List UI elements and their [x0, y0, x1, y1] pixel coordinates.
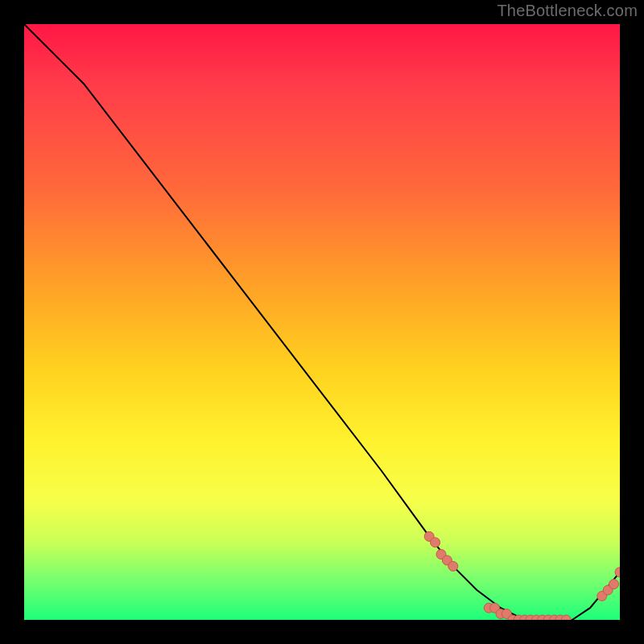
- data-point-marker: [609, 580, 619, 589]
- bottleneck-curve: [24, 24, 620, 620]
- marker-cluster-valley: [484, 603, 571, 620]
- data-point-marker: [615, 568, 620, 577]
- data-point-marker: [431, 538, 440, 547]
- data-point-marker: [448, 561, 458, 571]
- marker-cluster-descent: [424, 531, 458, 571]
- marker-cluster-rise: [597, 568, 620, 601]
- watermark-text: TheBottleneck.com: [497, 2, 638, 20]
- chart-overlay-svg: [24, 24, 620, 620]
- chart-frame: TheBottleneck.com: [0, 0, 644, 644]
